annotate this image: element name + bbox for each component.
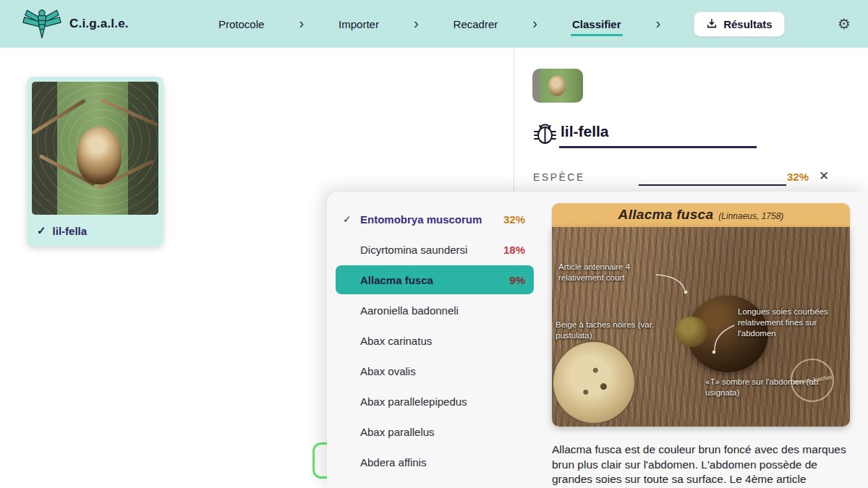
results-button-label: Résultats xyxy=(723,18,773,30)
specimen-name-underline xyxy=(559,146,757,148)
species-list-item[interactable]: ✓ Abax parallelepipedus xyxy=(336,387,534,416)
annotation-beige: Beige à taches noires (var. pustulata) xyxy=(556,320,664,341)
species-card-title: Allacma fusca xyxy=(618,207,714,223)
specimen-card[interactable]: ✓ lil-fella xyxy=(27,77,163,247)
species-field-label: ESPÈCE xyxy=(533,171,585,183)
species-info-card: Allacma fusca (Linnaeus, 1758) Article a… xyxy=(552,203,850,487)
specimen-photo xyxy=(32,82,158,215)
chevron-right-icon: › xyxy=(656,16,661,30)
confidence-badge: 18% xyxy=(503,244,525,256)
brand: C.i.g.a.l.e. xyxy=(22,7,129,41)
species-list-item[interactable]: ✓ Abdera flexuosa xyxy=(336,478,534,488)
species-list-item[interactable]: ✓ Abax ovalis xyxy=(336,356,534,385)
spider-body xyxy=(77,127,122,184)
check-icon: ✓ xyxy=(37,224,46,237)
species-list-item[interactable]: ✓ Abax carinatus xyxy=(336,326,534,355)
chevron-right-icon: › xyxy=(299,16,304,30)
species-list-item[interactable]: ✓ Allacma fusca 9% xyxy=(336,265,534,294)
results-button[interactable]: Résultats xyxy=(694,12,785,37)
species-name: Abdera affinis xyxy=(360,456,525,468)
species-list-item[interactable]: ✓ Abdera affinis xyxy=(336,448,534,476)
annotation-setae: Longues soies courbées relativement fine… xyxy=(738,307,848,339)
download-icon xyxy=(706,18,718,30)
chevron-right-icon: › xyxy=(414,16,419,30)
specimen-name-row: lil-fella xyxy=(533,121,557,147)
top-bar: C.i.g.a.l.e. Protocole › Importer › Reca… xyxy=(0,0,868,48)
nav-protocole[interactable]: Protocole xyxy=(217,15,265,33)
species-list-item[interactable]: ✓ Abax parallelus xyxy=(336,417,534,446)
magnified-inset xyxy=(552,341,636,424)
species-name: Dicyrtomina saundersi xyxy=(360,244,503,256)
close-icon[interactable]: ✕ xyxy=(819,168,829,184)
spider-leg xyxy=(101,98,158,127)
species-name: Abax carinatus xyxy=(360,335,525,347)
species-list-item[interactable]: ✓ Aaroniella badonneli xyxy=(336,296,534,325)
species-confidence-value: 32% xyxy=(787,171,809,183)
species-name: Abax parallelus xyxy=(360,426,525,438)
species-suggestion-list: ✓ Entomobrya muscorum 32% ✓ Dicyrtomina … xyxy=(336,205,542,488)
specimen-caption-label: lil-fella xyxy=(53,225,88,237)
springtail-head xyxy=(675,317,708,347)
species-description: Allacma fusca est de couleur brun foncé … xyxy=(552,442,850,487)
species-card-author: (Linnaeus, 1758) xyxy=(718,211,783,221)
cigale-logo-icon xyxy=(22,7,62,41)
specimen-name-input[interactable]: lil-fella xyxy=(561,123,609,140)
classification-overlay: ✓ Entomobrya muscorum 32% ✓ Dicyrtomina … xyxy=(327,192,868,488)
species-card-header: Allacma fusca (Linnaeus, 1758) xyxy=(552,203,850,227)
bug-icon xyxy=(533,121,557,147)
nav-recadrer[interactable]: Recadrer xyxy=(452,15,500,33)
species-name: Entomobrya muscorum xyxy=(360,213,503,226)
step-nav: Protocole › Importer › Recadrer › Classi… xyxy=(217,0,785,48)
species-name: Abax ovalis xyxy=(360,365,525,377)
chevron-right-icon: › xyxy=(532,16,537,30)
specimen-caption: ✓ lil-fella xyxy=(27,215,163,247)
settings-gear-icon[interactable]: ⚙ xyxy=(838,15,851,33)
species-name: Aaroniella badonneli xyxy=(360,304,525,317)
confidence-badge: 32% xyxy=(503,213,525,226)
check-icon: ✓ xyxy=(343,213,360,225)
species-name: Abax parallelepipedus xyxy=(360,395,525,408)
species-list-item[interactable]: ✓ Dicyrtomina saundersi 18% xyxy=(336,235,534,264)
species-input-underline[interactable] xyxy=(639,184,786,186)
specimen-thumbnail xyxy=(532,69,583,103)
nav-importer[interactable]: Importer xyxy=(337,15,380,33)
nav-classifier[interactable]: Classifier xyxy=(571,15,623,33)
species-reference-image: Article antennaire 4 relativement court … xyxy=(552,227,850,427)
species-name: Allacma fusca xyxy=(360,274,509,286)
spider-thumb-body xyxy=(548,76,566,96)
species-list-item[interactable]: ✓ Entomobrya muscorum 32% xyxy=(336,205,534,234)
confidence-badge: 9% xyxy=(509,274,525,286)
annotation-antenna: Article antennaire 4 relativement court xyxy=(558,262,668,283)
spider-leg xyxy=(32,99,86,135)
app-title: C.i.g.a.l.e. xyxy=(69,17,129,31)
